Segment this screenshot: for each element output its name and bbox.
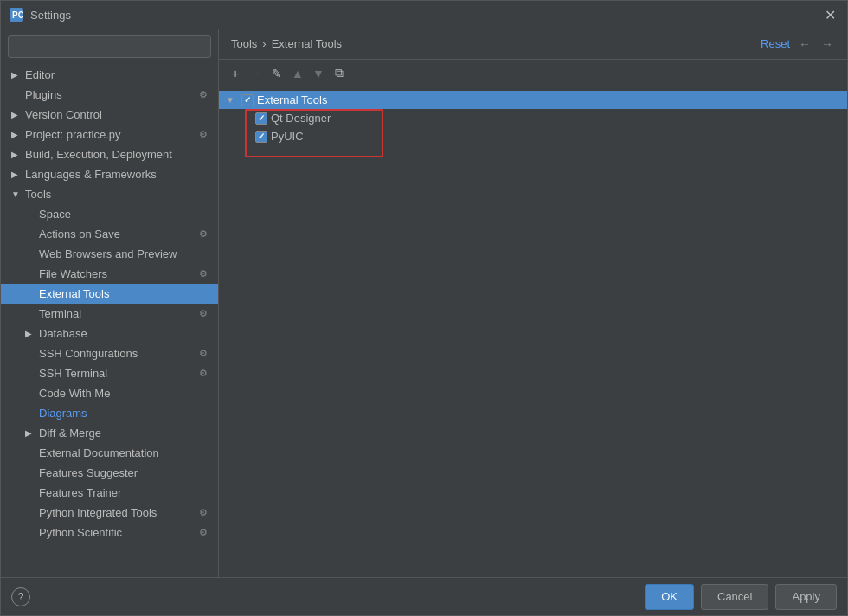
- sidebar-item-external-doc[interactable]: External Documentation: [1, 443, 218, 463]
- copy-button[interactable]: ⧉: [330, 64, 349, 83]
- main-panel: Tools › External Tools Reset ← → + − ✎ ▲…: [219, 29, 847, 577]
- close-button[interactable]: ✕: [821, 6, 838, 23]
- sidebar-item-terminal[interactable]: Terminal ⚙: [1, 304, 218, 324]
- sidebar-item-features-trainer[interactable]: Features Trainer: [1, 483, 218, 503]
- root-checkbox[interactable]: ✓: [241, 94, 254, 106]
- sidebar-item-label: Database: [39, 327, 87, 340]
- sidebar-item-label: Languages & Frameworks: [25, 168, 157, 181]
- children-wrapper: ✓ Qt Designer ✓ PyUIC: [219, 109, 847, 145]
- svg-text:PC: PC: [12, 10, 23, 20]
- settings-dialog: PC Settings ✕ ▶ Editor Plugins ⚙ ▶ V: [0, 0, 848, 616]
- tree-item-label: PyUIC: [271, 130, 304, 143]
- sidebar-item-features-suggester[interactable]: Features Suggester: [1, 463, 218, 483]
- expand-arrow: ▶: [11, 150, 22, 159]
- breadcrumb-actions: Reset ← →: [761, 37, 835, 51]
- sidebar-item-label: Code With Me: [39, 387, 110, 400]
- search-input[interactable]: [8, 35, 211, 58]
- sidebar-item-version-control[interactable]: ▶ Version Control: [1, 105, 218, 125]
- sidebar-item-label: Features Trainer: [39, 486, 121, 499]
- breadcrumb: Tools › External Tools: [231, 37, 342, 50]
- expand-arrow: ▶: [25, 329, 35, 338]
- sidebar-item-label: Diff & Merge: [39, 427, 101, 440]
- move-up-button[interactable]: ▲: [288, 64, 307, 83]
- sidebar-item-code-with-me[interactable]: Code With Me: [1, 383, 218, 403]
- breadcrumb-separator: ›: [262, 37, 266, 50]
- sidebar-item-label: Editor: [25, 68, 55, 81]
- title-bar-left: PC Settings: [10, 8, 71, 22]
- gear-icon: ⚙: [199, 228, 208, 240]
- tree-container: ▼ ✓ External Tools ✓: [219, 91, 847, 145]
- edit-button[interactable]: ✎: [267, 64, 286, 83]
- sidebar-item-space[interactable]: Space: [1, 204, 218, 224]
- check-mark: ✓: [244, 95, 251, 105]
- gear-icon: ⚙: [199, 507, 208, 518]
- cancel-button[interactable]: Cancel: [701, 584, 768, 610]
- breadcrumb-parent: Tools: [231, 37, 257, 50]
- sidebar-item-database[interactable]: ▶ Database: [1, 324, 218, 343]
- sidebar-item-label: File Watchers: [39, 267, 107, 280]
- sidebar-item-project[interactable]: ▶ Project: practice.py ⚙: [1, 125, 218, 144]
- sidebar-item-label: SSH Configurations: [39, 347, 138, 360]
- reset-button[interactable]: Reset: [761, 37, 790, 50]
- check-mark: ✓: [258, 132, 265, 141]
- sidebar-item-label: Python Scientific: [39, 526, 122, 539]
- tree-area: ▼ ✓ External Tools ✓: [219, 87, 847, 577]
- bottom-actions: OK Cancel Apply: [645, 584, 837, 610]
- expand-arrow: ▶: [11, 130, 22, 139]
- sidebar-item-python-scientific[interactable]: Python Scientific ⚙: [1, 523, 218, 542]
- bottom-bar: ? OK Cancel Apply: [1, 577, 847, 615]
- sidebar-item-tools[interactable]: ▼ Tools: [1, 184, 218, 204]
- sidebar-item-label: Version Control: [25, 108, 102, 121]
- sidebar-item-label: External Tools: [39, 287, 109, 300]
- sidebar-item-languages[interactable]: ▶ Languages & Frameworks: [1, 164, 218, 184]
- sidebar-item-label: Terminal: [39, 307, 81, 320]
- back-button[interactable]: ←: [797, 37, 813, 51]
- sidebar-item-label: Tools: [25, 188, 51, 201]
- gear-icon: ⚙: [199, 368, 208, 379]
- sidebar-item-plugins[interactable]: Plugins ⚙: [1, 85, 218, 105]
- sidebar-item-label: Actions on Save: [39, 228, 120, 241]
- sidebar-item-actions-on-save[interactable]: Actions on Save ⚙: [1, 224, 218, 244]
- help-button[interactable]: ?: [11, 587, 30, 606]
- sidebar-item-build[interactable]: ▶ Build, Execution, Deployment: [1, 144, 218, 164]
- gear-icon: ⚙: [199, 268, 208, 279]
- gear-icon: ⚙: [199, 308, 208, 319]
- tree-row-pyuic[interactable]: ✓ PyUIC: [219, 127, 847, 145]
- move-down-button[interactable]: ▼: [309, 64, 328, 83]
- sidebar-item-label: Project: practice.py: [25, 128, 121, 141]
- sidebar-item-diagrams[interactable]: Diagrams: [1, 403, 218, 423]
- sidebar-item-file-watchers[interactable]: File Watchers ⚙: [1, 264, 218, 284]
- tree-root-label: External Tools: [257, 93, 327, 106]
- sidebar-item-label: Python Integrated Tools: [39, 506, 157, 519]
- sidebar-item-label: External Documentation: [39, 446, 159, 459]
- sidebar-item-editor[interactable]: ▶ Editor: [1, 65, 218, 85]
- qt-designer-checkbox[interactable]: ✓: [255, 112, 267, 125]
- remove-button[interactable]: −: [247, 64, 266, 83]
- tree-row-root[interactable]: ▼ ✓ External Tools: [219, 91, 847, 109]
- apply-button[interactable]: Apply: [775, 584, 837, 610]
- sidebar-item-label: Space: [39, 208, 71, 221]
- sidebar-item-ssh-configurations[interactable]: SSH Configurations ⚙: [1, 343, 218, 363]
- expand-arrow: ▶: [11, 170, 22, 179]
- gear-icon: ⚙: [199, 129, 208, 140]
- forward-button[interactable]: →: [819, 37, 835, 51]
- app-icon: PC: [10, 8, 23, 22]
- ok-button[interactable]: OK: [645, 584, 694, 610]
- sidebar-item-label: Features Suggester: [39, 466, 138, 479]
- sidebar-item-diff-merge[interactable]: ▶ Diff & Merge: [1, 423, 218, 443]
- sidebar-item-web-browsers[interactable]: Web Browsers and Preview: [1, 244, 218, 264]
- sidebar-item-python-integrated[interactable]: Python Integrated Tools ⚙: [1, 503, 218, 523]
- sidebar: ▶ Editor Plugins ⚙ ▶ Version Control ▶ P…: [1, 29, 219, 577]
- title-bar: PC Settings ✕: [1, 1, 847, 29]
- expand-arrow: ▶: [11, 110, 22, 119]
- gear-icon: ⚙: [199, 89, 208, 100]
- sidebar-item-ssh-terminal[interactable]: SSH Terminal ⚙: [1, 363, 218, 383]
- gear-icon: ⚙: [199, 348, 208, 359]
- breadcrumb-bar: Tools › External Tools Reset ← →: [219, 29, 847, 60]
- tree-row-qt-designer[interactable]: ✓ Qt Designer: [219, 109, 847, 127]
- add-button[interactable]: +: [226, 64, 245, 83]
- sidebar-item-label: Build, Execution, Deployment: [25, 148, 172, 161]
- pyuic-checkbox[interactable]: ✓: [255, 131, 267, 143]
- window-title: Settings: [30, 9, 71, 22]
- sidebar-item-external-tools[interactable]: External Tools: [1, 284, 218, 304]
